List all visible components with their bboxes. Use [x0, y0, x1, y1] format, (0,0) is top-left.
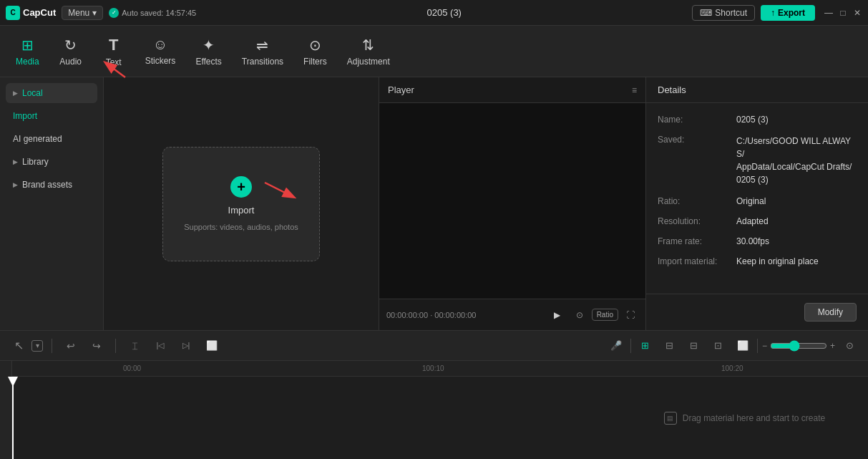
main-layout: ▶ Local Import AI generated ▶ Library ▶ …	[0, 77, 868, 330]
filters-label: Filters	[303, 57, 327, 67]
timeline-area: ↖ ▾ ↩ ↪ ⌶ |◁ ▷| ⬜ 🎤 ⊞ ⊟ ⊟ ⊡ ⬜ − + ⊙	[0, 330, 868, 459]
audio-icon: ↻	[64, 37, 77, 54]
stickers-label: Stickers	[145, 56, 176, 66]
shortcut-icon: ⌨	[700, 8, 712, 18]
player-header: Player ≡	[379, 77, 645, 103]
redo-button[interactable]: ↪	[87, 336, 107, 356]
library-arrow-icon: ▶	[13, 158, 18, 165]
split-button[interactable]: ⌶	[125, 336, 145, 356]
timeline-select-group: ↖ ▾	[9, 336, 43, 356]
sidebar-item-library[interactable]: ▶ Library	[6, 152, 97, 172]
toolbar-text[interactable]: T Text	[92, 32, 135, 72]
close-button[interactable]: ✕	[852, 8, 862, 18]
screenshot-button[interactable]: ⊙	[572, 307, 587, 323]
sidebar-library-label: Library	[22, 157, 49, 167]
pip-button[interactable]: ⬜	[733, 336, 753, 356]
toolbar-stickers[interactable]: ☺ Stickers	[135, 32, 186, 70]
transitions-label: Transitions	[242, 57, 283, 67]
detail-label-resolution: Resolution:	[658, 216, 736, 226]
unlink-button[interactable]: ⊡	[708, 336, 728, 356]
detail-value-saved: C:/Users/GOOD WILL ALWAYS/AppData/Local/…	[736, 135, 857, 186]
detail-row-framerate: Frame rate: 30.00fps	[658, 236, 857, 246]
delete-button[interactable]: ⬜	[202, 336, 222, 356]
drag-hint-text: Drag material here and start to create	[683, 413, 825, 423]
trim-end-button[interactable]: ▷|	[176, 336, 196, 356]
effects-icon: ✦	[203, 37, 215, 54]
zoom-out-icon: −	[762, 341, 767, 351]
sidebar-item-brand-assets[interactable]: ▶ Brand assets	[6, 175, 97, 195]
import-subtitle: Supports: videos, audios, photos	[184, 223, 298, 231]
sidebar-item-ai[interactable]: AI generated	[6, 129, 97, 149]
playhead[interactable]	[12, 377, 14, 459]
select-dropdown-button[interactable]: ▾	[31, 340, 43, 352]
shortcut-label: Shortcut	[715, 8, 747, 18]
shortcut-button[interactable]: ⌨ Shortcut	[692, 5, 755, 21]
text-icon: T	[109, 36, 118, 54]
tl-separator-right-2	[757, 339, 758, 353]
logo-icon: C	[6, 6, 20, 20]
toolbar-filters[interactable]: ⊙ Filters	[293, 32, 337, 71]
player-panel: Player ≡ 00:00:00:00 · 00:00:00:00 ▶ ⊙ R…	[379, 77, 646, 330]
track-area: ▤ Drag material here and start to create	[12, 377, 868, 459]
toolbar-media[interactable]: ⊞ Media	[6, 32, 49, 71]
trim-start-button[interactable]: |◁	[150, 336, 170, 356]
zoom-slider-container: − +	[762, 340, 835, 352]
window-controls: — □ ✕	[824, 8, 862, 18]
modify-button[interactable]: Modify	[804, 303, 857, 322]
sidebar-item-local[interactable]: ▶ Local	[6, 83, 97, 103]
app-name: CapCut	[23, 7, 56, 18]
player-title: Player	[388, 84, 414, 95]
filters-icon: ⊙	[309, 37, 321, 54]
zoom-slider[interactable]	[770, 340, 827, 352]
import-plus-icon: +	[230, 176, 252, 198]
brand-assets-arrow-icon: ▶	[13, 181, 18, 188]
fullscreen-button[interactable]: ⛶	[623, 307, 638, 323]
ruler-mark-0: 00:00	[123, 364, 281, 372]
import-drop-area[interactable]: + Import Supports: videos, audios, photo…	[162, 147, 320, 261]
details-header: Details	[646, 77, 868, 103]
player-viewport	[379, 103, 645, 299]
detail-value-ratio: Original	[736, 196, 857, 206]
mic-button[interactable]: 🎤	[606, 336, 626, 356]
detail-label-saved: Saved:	[658, 135, 736, 186]
tl-separator-1	[52, 339, 52, 353]
snap-button[interactable]: ⊞	[635, 336, 655, 356]
toolbar-audio[interactable]: ↻ Audio	[49, 32, 92, 71]
detail-row-import-material: Import material: Keep in original place	[658, 256, 857, 266]
select-tool-button[interactable]: ↖	[9, 336, 29, 356]
timeline-ruler: 00:00 100:10 100:20 100:30 100:40	[12, 361, 868, 377]
track-labels	[0, 361, 12, 459]
link-button[interactable]: ⊟	[684, 336, 704, 356]
autosave-text: Auto saved: 14:57:45	[122, 9, 196, 17]
export-button[interactable]: ↑ Export	[761, 5, 815, 21]
undo-button[interactable]: ↩	[61, 336, 81, 356]
menu-label: Menu	[68, 8, 89, 18]
player-extra-buttons: ⊙ Ratio ⛶	[572, 307, 638, 323]
drag-hint: ▤ Drag material here and start to create	[664, 412, 825, 425]
sidebar-item-import[interactable]: Import	[6, 106, 97, 126]
menu-button[interactable]: Menu ▾	[62, 6, 103, 20]
title-bar: C CapCut Menu ▾ ✓ Auto saved: 14:57:45 0…	[0, 0, 868, 26]
magnet-button[interactable]: ⊟	[660, 336, 680, 356]
sidebar-brand-assets-label: Brand assets	[22, 180, 72, 190]
minimize-button[interactable]: —	[824, 8, 834, 18]
player-menu-icon[interactable]: ≡	[632, 85, 637, 95]
detail-label-framerate: Frame rate:	[658, 236, 736, 246]
toolbar-adjustment[interactable]: ⇅ Adjustment	[337, 32, 400, 71]
transitions-icon: ⇌	[256, 37, 268, 54]
stickers-icon: ☺	[153, 37, 167, 53]
player-time-current: 00:00:00:00	[386, 311, 428, 319]
toolbar-effects[interactable]: ✦ Effects	[185, 32, 231, 71]
media-icon: ⊞	[21, 37, 34, 54]
maximize-button[interactable]: □	[838, 8, 848, 18]
player-time-total: 00:00:00:00	[434, 311, 476, 319]
ratio-button[interactable]: Ratio	[592, 309, 618, 321]
timeline-settings-button[interactable]: ⊙	[839, 336, 859, 356]
detail-value-name: 0205 (3)	[736, 115, 857, 125]
player-play-button[interactable]: ▶	[549, 306, 566, 324]
text-label: Text	[106, 57, 122, 67]
detail-label-ratio: Ratio:	[658, 196, 736, 206]
toolbar-transitions[interactable]: ⇌ Transitions	[232, 32, 293, 71]
media-content: + Import Supports: videos, audios, photo…	[104, 77, 379, 330]
import-label: Import	[228, 205, 255, 216]
